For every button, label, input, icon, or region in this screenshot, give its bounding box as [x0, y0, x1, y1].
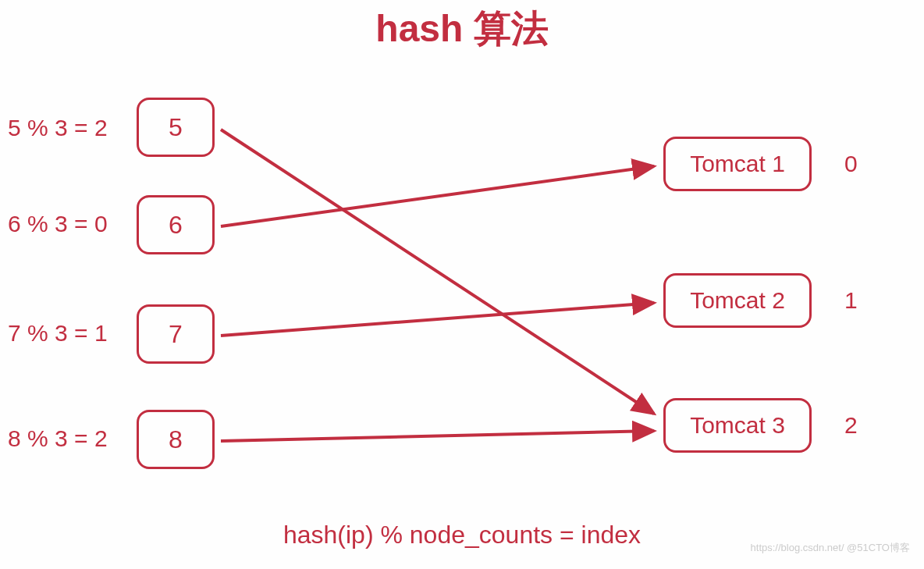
index-label-1: 1 — [844, 287, 858, 314]
input-box-7: 7 — [137, 304, 215, 364]
formula-text: hash(ip) % node_counts = index — [283, 521, 641, 549]
tomcat-box-3: Tomcat 3 — [663, 398, 812, 453]
equation-4: 8 % 3 = 2 — [8, 425, 108, 452]
tomcat-box-1: Tomcat 1 — [663, 137, 812, 191]
diagram-title: hash 算法 — [375, 4, 548, 54]
input-box-5: 5 — [137, 98, 215, 157]
equation-2: 6 % 3 = 0 — [8, 211, 108, 237]
watermark-text: https://blog.csdn.net/ @51CTO博客 — [751, 541, 910, 555]
arrow-6-to-tomcat1 — [221, 166, 654, 226]
index-label-2: 2 — [844, 412, 858, 439]
tomcat-box-2: Tomcat 2 — [663, 273, 812, 328]
input-box-8: 8 — [137, 410, 215, 469]
arrow-8-to-tomcat3 — [221, 431, 654, 441]
input-box-6: 6 — [137, 195, 215, 254]
arrow-7-to-tomcat2 — [221, 303, 654, 336]
index-label-0: 0 — [844, 151, 858, 177]
equation-3: 7 % 3 = 1 — [8, 320, 108, 347]
arrow-5-to-tomcat3 — [221, 130, 654, 414]
equation-1: 5 % 3 = 2 — [8, 115, 108, 141]
